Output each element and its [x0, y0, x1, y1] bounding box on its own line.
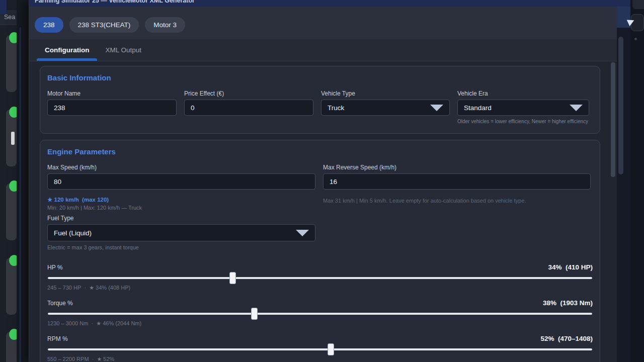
rpm-slider-row: RPM % 52% (470–1408) 550 – 2200 RPM · ★ …	[47, 335, 593, 362]
engine-sliders: HP % 34% (410 HP) 245 – 730 HP · ★ 34% (…	[47, 263, 593, 362]
list-item[interactable]	[6, 184, 17, 240]
vehicle-era-hint: Older vehicles = lower efficiency, Newer…	[457, 119, 589, 124]
rpm-slider-track[interactable]	[48, 348, 592, 350]
background-right-panel	[630, 0, 644, 362]
max-reverse-speed-input[interactable]	[323, 173, 591, 190]
rpm-slider-hint: 550 – 2200 RPM · ★ 52%	[47, 356, 593, 362]
price-effect-input[interactable]	[184, 100, 313, 116]
vehicle-era-value: Standard	[464, 104, 492, 112]
max-reverse-speed-label: Max Reverse Speed (km/h)	[323, 164, 591, 171]
window-scrollbar-thumb[interactable]	[618, 37, 623, 174]
torque-slider-value: 38% (1903 Nm)	[543, 299, 593, 307]
background-left-panel: Sea	[0, 0, 29, 362]
torque-slider-thumb[interactable]	[251, 308, 258, 320]
torque-slider[interactable]	[47, 308, 593, 320]
max-speed-range-hint: Min: 20 km/h | Max: 120 km/h — Truck	[47, 205, 315, 211]
window-title: Farming Simulator 25 — VehicleMotor XML …	[35, 0, 195, 4]
engine-parameters-title: Engine Parameters	[47, 147, 593, 156]
motor-tab-motor-3[interactable]: Motor 3	[145, 17, 185, 33]
scroll-dot-icon	[634, 38, 637, 40]
price-effect-label: Price Effect (€)	[184, 90, 313, 97]
torque-slider-hint: 1230 – 3000 Nm · ★ 46% (2044 Nm)	[47, 320, 593, 327]
hp-slider[interactable]	[47, 272, 593, 284]
list-item[interactable]	[6, 258, 17, 315]
tab-configuration-label: Configuration	[45, 46, 89, 54]
window-scrollbar-top-accent	[617, 7, 630, 28]
vehicle-era-label: Vehicle Era	[457, 90, 589, 97]
hp-slider-thumb[interactable]	[229, 272, 236, 284]
rpm-slider-thumb[interactable]	[328, 343, 334, 355]
motor-tab-238[interactable]: 238	[35, 17, 63, 33]
content-scrollbar-thumb[interactable]	[611, 62, 615, 177]
hp-slider-row: HP % 34% (410 HP) 245 – 730 HP · ★ 34% (…	[47, 263, 593, 291]
fuel-type-hint: Electric = max 3 gears, instant torque	[47, 244, 315, 250]
fuel-type-select[interactable]: Fuel (Liquid)	[47, 224, 315, 241]
price-effect-field-group: Price Effect (€)	[184, 90, 313, 124]
max-reverse-speed-hint: Max 31 km/h | Min 5 km/h. Leave empty fo…	[323, 198, 591, 204]
window-shadow	[17, 0, 29, 362]
max-reverse-speed-field-group: Max Reverse Speed (km/h) Max 31 km/h | M…	[323, 164, 591, 250]
background-search-label: Sea	[4, 14, 15, 21]
vehicle-era-field-group: Vehicle Era Standard Older vehicles = lo…	[457, 90, 589, 124]
window-titlebar[interactable]: Farming Simulator 25 — VehicleMotor XML …	[29, 0, 631, 7]
active-tab-underline	[37, 58, 97, 61]
vehicle-type-label: Vehicle Type	[321, 90, 450, 97]
background-partial-button[interactable]	[632, 0, 644, 9]
send-button[interactable]	[631, 14, 644, 31]
chevron-down-icon	[430, 105, 443, 111]
torque-slider-track[interactable]	[48, 313, 592, 315]
tab-xml-output-label: XML Output	[105, 46, 141, 54]
max-speed-input[interactable]	[47, 173, 315, 190]
hp-slider-value: 34% (410 HP)	[548, 263, 593, 271]
tab-configuration[interactable]: Configuration	[37, 39, 97, 61]
vehicle-type-value: Truck	[328, 104, 344, 112]
fuel-type-label: Fuel Type	[47, 215, 315, 222]
vehiclemotor-generator-window: Farming Simulator 25 — VehicleMotor XML …	[29, 0, 630, 362]
chevron-down-icon	[570, 105, 583, 111]
torque-slider-label: Torque %	[47, 300, 73, 307]
vehicle-type-field-group: Vehicle Type Truck	[321, 90, 450, 124]
rpm-slider[interactable]	[47, 343, 593, 355]
chevron-down-icon	[296, 230, 309, 236]
motor-name-input[interactable]	[47, 100, 177, 116]
screen: Sea Farming Simulator 25 — VehicleMotor …	[0, 0, 644, 362]
basic-information-card: Basic Information Motor Name Price Effec…	[40, 66, 600, 134]
background-corner-accent	[0, 0, 7, 14]
bottle-icon	[11, 132, 15, 145]
motor-name-field-group: Motor Name	[47, 90, 177, 124]
basic-information-title: Basic Information	[47, 73, 593, 82]
rpm-slider-label: RPM %	[47, 335, 68, 342]
engine-parameters-card: Engine Parameters Max Speed (km/h) ★ 120…	[40, 140, 600, 362]
hp-slider-track[interactable]	[48, 277, 592, 279]
window-scrollbar[interactable]	[617, 7, 630, 362]
vehicle-era-select[interactable]: Standard	[457, 100, 589, 116]
background-divider	[20, 28, 21, 362]
hp-slider-hint: 245 – 730 HP · ★ 34% (408 HP)	[47, 285, 593, 291]
rpm-slider-value: 52% (470–1408)	[540, 335, 593, 342]
configuration-panel: Basic Information Motor Name Price Effec…	[29, 61, 617, 362]
list-item[interactable]	[6, 35, 17, 92]
max-speed-star-hint: ★ 120 km/h (max 120)	[47, 196, 315, 203]
hp-slider-label: HP %	[47, 264, 62, 271]
vehicle-type-select[interactable]: Truck	[321, 100, 450, 116]
motor-name-label: Motor Name	[47, 90, 177, 97]
view-tab-bar: Configuration XML Output	[29, 39, 617, 61]
max-speed-field-group: Max Speed (km/h) ★ 120 km/h (max 120) Mi…	[47, 164, 315, 250]
fuel-type-value: Fuel (Liquid)	[54, 229, 92, 237]
motor-tab-bar: 238 238 ST3(CHEAT) Motor 3	[29, 7, 617, 39]
torque-slider-row: Torque % 38% (1903 Nm) 1230 – 3000 Nm · …	[47, 299, 593, 327]
motor-tab-238-st3-cheat[interactable]: 238 ST3(CHEAT)	[69, 17, 139, 33]
max-speed-label: Max Speed (km/h)	[47, 164, 315, 171]
tab-xml-output[interactable]: XML Output	[97, 39, 149, 61]
